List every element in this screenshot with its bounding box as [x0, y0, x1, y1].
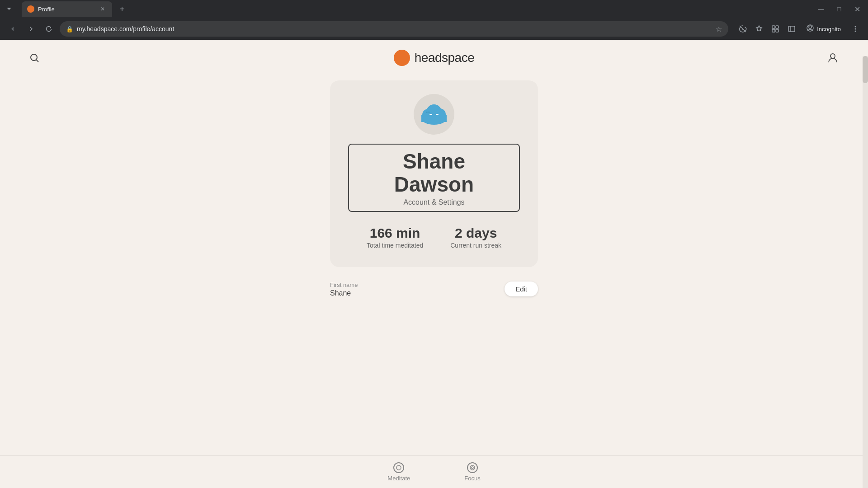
url-text: my.headspace.com/profile/account	[77, 25, 712, 33]
bottom-nav-focus[interactable]: Focus	[464, 462, 480, 472]
user-name-box: Shane Dawson Account & Settings	[348, 144, 520, 212]
svg-rect-3	[776, 29, 778, 32]
site-nav: headspace	[0, 40, 868, 76]
forward-button[interactable]	[24, 22, 38, 36]
user-name: Shane Dawson	[367, 150, 501, 196]
incognito-label: Incognito	[817, 26, 841, 33]
svg-point-20	[396, 465, 401, 470]
svg-point-11	[31, 54, 37, 61]
scrollbar-thumb[interactable]	[863, 56, 868, 83]
nav-left	[27, 51, 54, 65]
browser-toolbar: 🔒 my.headspace.com/profile/account ☆	[0, 18, 868, 40]
page-content: headspace	[0, 40, 868, 472]
account-settings-label[interactable]: Account & Settings	[367, 198, 501, 206]
stat-streak-value: 2 days	[450, 225, 501, 241]
svg-rect-0	[772, 26, 775, 28]
tab-bar: Profile ✕ +	[18, 1, 812, 17]
bottom-nav: Meditate Focus	[0, 455, 868, 472]
main-content: zzz Shane Dawson Account & Settings 166 …	[0, 76, 868, 299]
menu-button[interactable]	[848, 22, 863, 36]
svg-text:zzz: zzz	[426, 111, 430, 113]
logo-circle	[394, 50, 410, 66]
logo-text: headspace	[415, 51, 475, 65]
browser-chrome: Profile ✕ + ─ □ ✕ 🔒 my.headspace.co	[0, 0, 868, 40]
nav-right	[814, 50, 841, 66]
window-controls	[4, 4, 14, 14]
reload-button[interactable]	[42, 22, 56, 36]
profile-card: zzz Shane Dawson Account & Settings 166 …	[330, 80, 538, 267]
incognito-button[interactable]: Incognito	[801, 22, 846, 36]
svg-rect-18	[421, 115, 447, 122]
tab-close-button[interactable]: ✕	[99, 5, 107, 13]
svg-point-9	[855, 28, 856, 30]
bookmark-star-icon[interactable]	[752, 22, 766, 36]
address-bar[interactable]: 🔒 my.headspace.com/profile/account ☆	[60, 21, 728, 37]
svg-point-21	[470, 465, 475, 470]
focus-icon	[467, 462, 478, 472]
maximize-button[interactable]: □	[832, 2, 846, 16]
first-name-row: First name Shane Edit	[330, 282, 538, 299]
sidebar-icon[interactable]	[784, 22, 799, 36]
lock-icon: 🔒	[66, 26, 73, 33]
stat-streak: 2 days Current run streak	[450, 225, 501, 249]
toolbar-actions: Incognito	[736, 22, 863, 36]
back-button[interactable]	[5, 22, 20, 36]
first-name-field: First name Shane	[330, 282, 358, 297]
tab-list-dropdown[interactable]	[4, 4, 14, 14]
eye-slash-icon[interactable]	[736, 22, 750, 36]
stat-meditated: 166 min Total time meditated	[367, 225, 423, 249]
tab-favicon	[27, 5, 34, 13]
nav-logo[interactable]: headspace	[394, 50, 475, 66]
close-button[interactable]: ✕	[850, 2, 864, 16]
scrollbar[interactable]	[863, 56, 868, 488]
stat-streak-label: Current run streak	[450, 242, 501, 249]
title-bar: Profile ✕ + ─ □ ✕	[0, 0, 868, 18]
extensions-icon[interactable]	[768, 22, 783, 36]
edit-button[interactable]: Edit	[505, 282, 538, 296]
tab-title: Profile	[38, 6, 95, 13]
incognito-icon	[806, 24, 814, 34]
stat-meditated-label: Total time meditated	[367, 242, 423, 249]
svg-line-12	[37, 60, 39, 62]
avatar-container: zzz	[414, 94, 454, 135]
active-tab[interactable]: Profile ✕	[22, 1, 112, 17]
first-name-value: Shane	[330, 289, 358, 297]
svg-point-8	[855, 26, 856, 28]
stat-meditated-value: 166 min	[367, 225, 423, 241]
form-section: First name Shane Edit	[330, 278, 538, 299]
minimize-button[interactable]: ─	[814, 2, 828, 16]
svg-point-10	[855, 31, 856, 32]
profile-nav-icon[interactable]	[825, 50, 841, 66]
svg-point-13	[830, 54, 835, 58]
search-icon[interactable]	[27, 51, 42, 65]
bottom-nav-meditate[interactable]: Meditate	[387, 462, 410, 472]
new-tab-button[interactable]: +	[116, 3, 128, 15]
window-controls-right: ─ □ ✕	[814, 2, 864, 16]
svg-point-22	[472, 467, 473, 469]
svg-point-7	[809, 26, 811, 28]
svg-rect-2	[772, 29, 775, 32]
svg-rect-1	[776, 26, 778, 28]
cloud-avatar: zzz	[418, 101, 450, 128]
first-name-label: First name	[330, 282, 358, 288]
meditate-icon	[393, 462, 404, 472]
bookmark-icon[interactable]: ☆	[716, 25, 722, 33]
svg-rect-4	[788, 26, 795, 32]
stats-row: 166 min Total time meditated 2 days Curr…	[367, 225, 501, 249]
